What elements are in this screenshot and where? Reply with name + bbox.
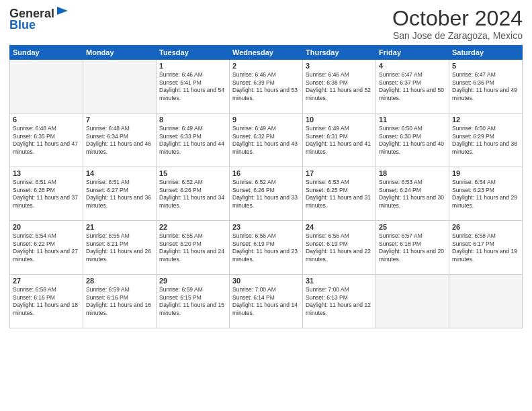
day-number: 3 [306, 62, 373, 70]
day-info: Sunrise: 6:54 AMSunset: 6:22 PMDaylight:… [13, 232, 80, 263]
logo-area: General Blue [9, 7, 69, 32]
day-info: Sunrise: 6:52 AMSunset: 6:26 PMDaylight:… [232, 179, 300, 210]
day-number: 2 [232, 62, 300, 70]
weekday-header: Thursday [303, 46, 376, 60]
title-area: October 2024 San Jose de Zaragoza, Mexic… [392, 7, 523, 41]
day-number: 10 [306, 116, 373, 124]
day-info: Sunrise: 6:50 AMSunset: 6:30 PMDaylight:… [379, 125, 446, 156]
day-info: Sunrise: 6:46 AMSunset: 6:39 PMDaylight:… [232, 71, 300, 102]
day-number: 18 [379, 169, 446, 177]
calendar-cell [10, 60, 83, 113]
day-info: Sunrise: 6:56 AMSunset: 6:19 PMDaylight:… [306, 232, 373, 263]
day-number: 7 [86, 116, 153, 124]
calendar-cell: 4Sunrise: 6:47 AMSunset: 6:37 PMDaylight… [376, 60, 449, 113]
weekday-header: Monday [83, 46, 157, 60]
month-title: October 2024 [392, 7, 523, 30]
calendar-cell: 12Sunrise: 6:50 AMSunset: 6:29 PMDayligh… [449, 113, 523, 167]
page: General Blue October 2024 San Jose de Za… [0, 0, 532, 411]
weekday-header: Wednesday [230, 46, 303, 60]
day-number: 17 [306, 169, 373, 177]
day-info: Sunrise: 6:51 AMSunset: 6:28 PMDaylight:… [13, 179, 80, 210]
day-number: 21 [86, 223, 153, 231]
day-info: Sunrise: 6:58 AMSunset: 6:17 PMDaylight:… [452, 232, 519, 263]
calendar-cell: 22Sunrise: 6:55 AMSunset: 6:20 PMDayligh… [157, 221, 230, 275]
calendar-cell: 21Sunrise: 6:55 AMSunset: 6:21 PMDayligh… [83, 221, 157, 275]
day-number: 9 [232, 116, 300, 124]
day-number: 16 [232, 169, 300, 177]
calendar-cell: 25Sunrise: 6:57 AMSunset: 6:18 PMDayligh… [376, 221, 449, 275]
calendar-cell: 5Sunrise: 6:47 AMSunset: 6:36 PMDaylight… [449, 60, 523, 113]
calendar-cell: 20Sunrise: 6:54 AMSunset: 6:22 PMDayligh… [10, 221, 83, 275]
calendar-cell: 19Sunrise: 6:54 AMSunset: 6:23 PMDayligh… [449, 167, 523, 221]
calendar-cell: 16Sunrise: 6:52 AMSunset: 6:26 PMDayligh… [230, 167, 303, 221]
day-number: 30 [232, 277, 300, 285]
day-info: Sunrise: 6:53 AMSunset: 6:25 PMDaylight:… [306, 179, 373, 210]
calendar-cell: 27Sunrise: 6:58 AMSunset: 6:16 PMDayligh… [10, 275, 83, 328]
header: General Blue October 2024 San Jose de Za… [9, 7, 523, 41]
day-info: Sunrise: 6:53 AMSunset: 6:24 PMDaylight:… [379, 179, 446, 210]
day-info: Sunrise: 6:48 AMSunset: 6:34 PMDaylight:… [86, 125, 153, 156]
day-info: Sunrise: 6:51 AMSunset: 6:27 PMDaylight:… [86, 179, 153, 210]
svg-marker-0 [57, 7, 68, 15]
day-number: 8 [159, 116, 226, 124]
day-number: 4 [379, 62, 446, 70]
day-info: Sunrise: 7:00 AMSunset: 6:14 PMDaylight:… [232, 286, 300, 317]
day-info: Sunrise: 6:56 AMSunset: 6:19 PMDaylight:… [232, 232, 300, 263]
calendar-cell: 17Sunrise: 6:53 AMSunset: 6:25 PMDayligh… [303, 167, 376, 221]
calendar-cell: 26Sunrise: 6:58 AMSunset: 6:17 PMDayligh… [449, 221, 523, 275]
weekday-header: Saturday [449, 46, 523, 60]
calendar-cell: 9Sunrise: 6:49 AMSunset: 6:32 PMDaylight… [230, 113, 303, 167]
day-number: 28 [86, 277, 153, 285]
day-info: Sunrise: 6:49 AMSunset: 6:33 PMDaylight:… [159, 125, 226, 156]
day-info: Sunrise: 6:52 AMSunset: 6:26 PMDaylight:… [159, 179, 226, 210]
day-number: 14 [86, 169, 153, 177]
calendar-cell: 29Sunrise: 6:59 AMSunset: 6:15 PMDayligh… [157, 275, 230, 328]
calendar-cell: 30Sunrise: 7:00 AMSunset: 6:14 PMDayligh… [230, 275, 303, 328]
calendar-cell: 28Sunrise: 6:59 AMSunset: 6:16 PMDayligh… [83, 275, 157, 328]
day-number: 20 [13, 223, 80, 231]
day-number: 22 [159, 223, 226, 231]
calendar-cell: 24Sunrise: 6:56 AMSunset: 6:19 PMDayligh… [303, 221, 376, 275]
calendar-week-row: 20Sunrise: 6:54 AMSunset: 6:22 PMDayligh… [10, 221, 523, 275]
day-info: Sunrise: 6:47 AMSunset: 6:37 PMDaylight:… [379, 71, 446, 102]
weekday-header: Sunday [10, 46, 83, 60]
day-info: Sunrise: 6:54 AMSunset: 6:23 PMDaylight:… [452, 179, 519, 210]
calendar-cell: 18Sunrise: 6:53 AMSunset: 6:24 PMDayligh… [376, 167, 449, 221]
day-number: 24 [306, 223, 373, 231]
calendar-cell [376, 275, 449, 328]
calendar-cell: 31Sunrise: 7:00 AMSunset: 6:13 PMDayligh… [303, 275, 376, 328]
day-number: 25 [379, 223, 446, 231]
calendar-cell: 1Sunrise: 6:46 AMSunset: 6:41 PMDaylight… [157, 60, 230, 113]
day-number: 23 [232, 223, 300, 231]
logo-flag-icon [56, 5, 69, 17]
calendar-header-row: SundayMondayTuesdayWednesdayThursdayFrid… [10, 46, 523, 60]
day-info: Sunrise: 6:55 AMSunset: 6:20 PMDaylight:… [159, 232, 226, 263]
day-number: 27 [13, 277, 80, 285]
calendar-week-row: 27Sunrise: 6:58 AMSunset: 6:16 PMDayligh… [10, 275, 523, 328]
calendar-cell: 13Sunrise: 6:51 AMSunset: 6:28 PMDayligh… [10, 167, 83, 221]
day-info: Sunrise: 6:46 AMSunset: 6:38 PMDaylight:… [306, 71, 373, 102]
day-info: Sunrise: 6:59 AMSunset: 6:15 PMDaylight:… [159, 286, 226, 317]
calendar-cell: 8Sunrise: 6:49 AMSunset: 6:33 PMDaylight… [157, 113, 230, 167]
day-info: Sunrise: 6:47 AMSunset: 6:36 PMDaylight:… [452, 71, 519, 102]
calendar: SundayMondayTuesdayWednesdayThursdayFrid… [9, 45, 523, 328]
calendar-week-row: 13Sunrise: 6:51 AMSunset: 6:28 PMDayligh… [10, 167, 523, 221]
day-number: 13 [13, 169, 80, 177]
weekday-header: Friday [376, 46, 449, 60]
day-number: 6 [13, 116, 80, 124]
day-info: Sunrise: 6:55 AMSunset: 6:21 PMDaylight:… [86, 232, 153, 263]
location-title: San Jose de Zaragoza, Mexico [392, 30, 523, 41]
day-number: 1 [159, 62, 226, 70]
day-info: Sunrise: 6:49 AMSunset: 6:32 PMDaylight:… [232, 125, 300, 156]
calendar-week-row: 6Sunrise: 6:48 AMSunset: 6:35 PMDaylight… [10, 113, 523, 167]
calendar-cell: 6Sunrise: 6:48 AMSunset: 6:35 PMDaylight… [10, 113, 83, 167]
day-info: Sunrise: 6:57 AMSunset: 6:18 PMDaylight:… [379, 232, 446, 263]
calendar-cell: 23Sunrise: 6:56 AMSunset: 6:19 PMDayligh… [230, 221, 303, 275]
day-number: 31 [306, 277, 373, 285]
day-info: Sunrise: 7:00 AMSunset: 6:13 PMDaylight:… [306, 286, 373, 317]
logo: General Blue [9, 7, 69, 32]
calendar-cell: 10Sunrise: 6:49 AMSunset: 6:31 PMDayligh… [303, 113, 376, 167]
day-info: Sunrise: 6:59 AMSunset: 6:16 PMDaylight:… [86, 286, 153, 317]
calendar-cell: 14Sunrise: 6:51 AMSunset: 6:27 PMDayligh… [83, 167, 157, 221]
calendar-cell [83, 60, 157, 113]
